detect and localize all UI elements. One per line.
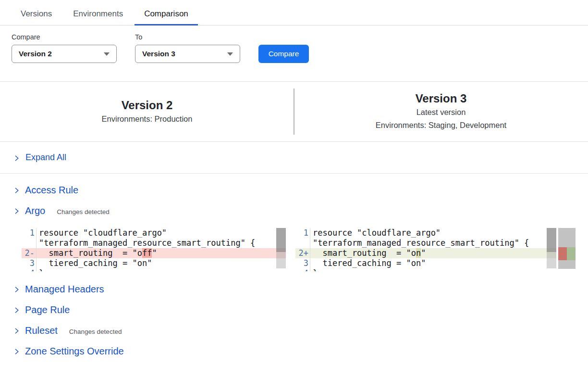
line-number [22, 238, 36, 248]
line-number: 4 [295, 268, 310, 271]
line-number: 1 [22, 228, 36, 238]
diff-pane-right: 1 resource "cloudflare_argo" "terraform_… [295, 228, 556, 271]
diff-overview-ruler [558, 228, 576, 269]
version-right-subtitle: Latest version [416, 106, 466, 119]
section-label: Access Rule [25, 185, 78, 196]
deleted-word: ff [142, 248, 152, 258]
compare-from-select[interactable]: Version 2 [12, 45, 117, 63]
tab-versions[interactable]: Versions [11, 0, 61, 25]
section-label: Zone Settings Override [25, 346, 124, 357]
diff-line-wrap: "terraform_managed_resource_smart_routin… [22, 238, 286, 248]
section-page-rule[interactable]: Page Rule [0, 300, 588, 320]
line-number: 3 [22, 258, 36, 268]
section-ruleset[interactable]: Ruleset Changes detected [0, 320, 588, 341]
version-left-header: Version 2 Environments: Production [0, 82, 294, 141]
diff-line: 1 resource "cloudflare_argo" [295, 228, 556, 238]
code-text: resource "cloudflare_argo" [310, 228, 556, 238]
section-access-rule[interactable]: Access Rule [0, 180, 588, 201]
compare-to-field: To Version 3 [135, 33, 240, 63]
diff-line: 4 } [295, 268, 556, 271]
code-text: "terraform_managed_resource_smart_routin… [36, 238, 286, 248]
version-left-title: Version 2 [122, 98, 173, 113]
scrollbar-thumb[interactable] [276, 228, 286, 252]
diff-line: 3 tiered_caching = "on" [295, 258, 556, 268]
chevron-right-icon [13, 286, 20, 293]
code-text: "terraform_managed_resource_smart_routin… [310, 238, 556, 248]
tab-environments[interactable]: Environments [63, 0, 133, 25]
compare-button[interactable]: Compare [258, 45, 309, 63]
code-text: } [36, 268, 286, 271]
compare-form: Compare Version 2 To Version 3 Compare [12, 33, 588, 63]
line-number: 1 [295, 228, 310, 238]
chevron-right-icon [13, 328, 20, 334]
code-text: smart_routing = "on" [310, 248, 556, 258]
section-zone-settings-override[interactable]: Zone Settings Override [0, 341, 588, 362]
code-text: resource "cloudflare_argo" [36, 228, 286, 238]
section-managed-headers[interactable]: Managed Headers [0, 279, 588, 300]
section-argo[interactable]: Argo Changes detected [0, 201, 588, 221]
code-text: tiered_caching = "on" [310, 258, 556, 268]
divider [0, 173, 588, 174]
version-left-environments: Environments: Production [102, 113, 193, 126]
diff-line-wrap: "terraform_managed_resource_smart_routin… [295, 238, 556, 248]
diff-line: 1 resource "cloudflare_argo" [22, 228, 286, 238]
diff-line-deleted: 2- smart_routing = "off" [22, 248, 286, 258]
ruler-added-marker [567, 247, 576, 260]
chevron-right-icon [13, 187, 20, 194]
chevron-right-icon [13, 208, 20, 215]
compare-to-select[interactable]: Version 3 [135, 45, 240, 63]
code-text: tiered_caching = "on" [36, 258, 286, 268]
tab-bar: Versions Environments Comparison [0, 0, 588, 25]
version-right-title: Version 3 [416, 91, 467, 106]
line-number: 2- [22, 248, 36, 258]
line-number: 4 [22, 268, 36, 271]
comparison-page: Versions Environments Comparison Compare… [0, 0, 588, 362]
chevron-right-icon [13, 307, 20, 314]
line-number [295, 238, 310, 248]
compare-from-field: Compare Version 2 [12, 33, 117, 63]
section-label: Page Rule [25, 304, 70, 316]
section-list: Access Rule Argo Changes detected 1 reso… [0, 180, 588, 362]
compare-to-label: To [135, 33, 240, 41]
diff-line: 4 } [22, 268, 286, 271]
added-word: n [416, 248, 421, 258]
scrollbar[interactable] [547, 228, 556, 268]
chevron-right-icon [13, 348, 20, 355]
expand-all-row[interactable]: Expand All [0, 142, 588, 173]
scrollbar[interactable] [276, 228, 286, 268]
caret-down-icon [227, 52, 233, 56]
diff-line: 3 tiered_caching = "on" [22, 258, 286, 268]
diff-line-added: 2+ smart_routing = "on" [295, 248, 556, 258]
section-label: Managed Headers [25, 284, 104, 295]
expand-all-label: Expand All [25, 152, 66, 163]
section-label: Argo [25, 205, 45, 216]
code-text: smart_routing = "off" [36, 248, 286, 258]
compare-from-value: Version 2 [19, 50, 52, 58]
caret-down-icon [104, 52, 110, 56]
version-right-environments: Environments: Staging, Development [376, 119, 506, 132]
code-text: } [310, 268, 556, 271]
vertical-divider [294, 88, 294, 135]
compare-from-label: Compare [12, 33, 117, 41]
version-headers: Version 2 Environments: Production Versi… [0, 82, 588, 141]
compare-to-value: Version 3 [142, 50, 175, 58]
version-right-header: Version 3 Latest version Environments: S… [294, 82, 588, 141]
diff-pane-left: 1 resource "cloudflare_argo" "terraform_… [22, 228, 286, 271]
chevron-right-icon [13, 155, 20, 162]
tab-comparison[interactable]: Comparison [135, 0, 198, 25]
changes-detected-badge: Changes detected [57, 208, 110, 215]
section-label: Ruleset [25, 325, 58, 336]
line-number: 2+ [295, 248, 310, 258]
changes-detected-badge: Changes detected [69, 328, 122, 335]
argo-diff: 1 resource "cloudflare_argo" "terraform_… [22, 228, 588, 271]
line-number: 3 [295, 258, 310, 268]
scrollbar-thumb[interactable] [547, 228, 556, 252]
ruler-deleted-marker [558, 247, 567, 260]
